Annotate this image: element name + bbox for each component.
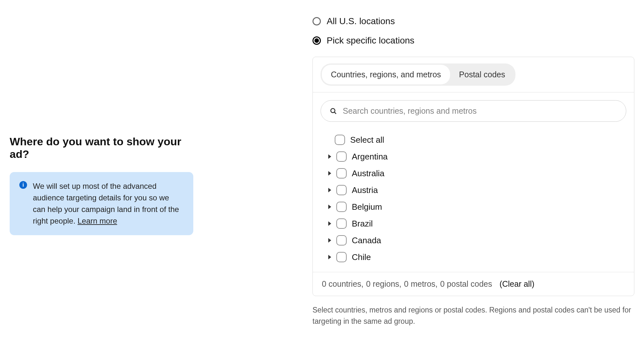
country-label: Canada bbox=[352, 236, 381, 245]
country-checkbox[interactable] bbox=[336, 151, 347, 162]
radio-icon[interactable] bbox=[312, 17, 321, 25]
expand-caret-icon[interactable] bbox=[328, 205, 331, 209]
country-label: Chile bbox=[352, 252, 371, 262]
country-checkbox[interactable] bbox=[336, 185, 347, 195]
summary-countries: 0 countries, bbox=[322, 279, 363, 289]
country-row-austria[interactable]: Austria bbox=[321, 182, 626, 198]
tab-countries-regions-metros[interactable]: Countries, regions, and metros bbox=[322, 65, 450, 84]
summary-postal-codes: 0 postal codes bbox=[440, 279, 492, 289]
expand-caret-icon[interactable] bbox=[328, 171, 331, 176]
country-checkbox[interactable] bbox=[336, 218, 347, 229]
learn-more-link[interactable]: Learn more bbox=[78, 216, 117, 225]
radio-option-pick-specific[interactable]: Pick specific locations bbox=[312, 35, 634, 46]
radio-label: All U.S. locations bbox=[327, 16, 395, 26]
country-row-australia[interactable]: Australia bbox=[321, 165, 626, 182]
search-box[interactable] bbox=[321, 100, 626, 122]
search-input[interactable] bbox=[343, 106, 617, 116]
country-label: Argentina bbox=[352, 152, 388, 162]
country-row-belgium[interactable]: Belgium bbox=[321, 198, 626, 215]
select-all-row[interactable]: Select all bbox=[321, 131, 626, 148]
country-checkbox[interactable] bbox=[336, 235, 347, 245]
help-text: Select countries, metros and regions or … bbox=[312, 304, 634, 327]
info-text: We will set up most of the advanced audi… bbox=[33, 180, 184, 227]
tab-postal-codes[interactable]: Postal codes bbox=[450, 65, 514, 84]
section-title: Where do you want to show your ad? bbox=[10, 135, 193, 160]
country-row-brazil[interactable]: Brazil bbox=[321, 215, 626, 232]
country-checkbox[interactable] bbox=[336, 168, 347, 178]
country-list: Select all Argentina Australia Austria bbox=[313, 130, 634, 272]
clear-all-link[interactable]: (Clear all) bbox=[499, 279, 534, 289]
summary-metros: 0 metros, bbox=[404, 279, 437, 289]
selection-summary-bar: 0 countries, 0 regions, 0 metros, 0 post… bbox=[313, 272, 634, 296]
radio-option-all-us[interactable]: All U.S. locations bbox=[312, 16, 634, 26]
radio-icon-selected[interactable] bbox=[312, 36, 321, 45]
info-banner: i We will set up most of the advanced au… bbox=[10, 172, 193, 235]
country-label: Australia bbox=[352, 168, 384, 178]
expand-caret-icon[interactable] bbox=[328, 221, 331, 226]
country-checkbox[interactable] bbox=[336, 252, 347, 262]
country-row-chile[interactable]: Chile bbox=[321, 249, 626, 265]
tabs-container: Countries, regions, and metros Postal co… bbox=[313, 57, 634, 92]
svg-point-0 bbox=[331, 108, 335, 112]
country-checkbox[interactable] bbox=[336, 202, 347, 212]
select-all-checkbox[interactable] bbox=[335, 135, 345, 145]
locations-panel: Countries, regions, and metros Postal co… bbox=[312, 57, 634, 296]
country-row-canada[interactable]: Canada bbox=[321, 232, 626, 249]
expand-caret-icon[interactable] bbox=[328, 238, 331, 243]
svg-line-1 bbox=[334, 112, 336, 114]
expand-caret-icon[interactable] bbox=[328, 188, 331, 192]
radio-label: Pick specific locations bbox=[327, 35, 414, 46]
select-all-label: Select all bbox=[350, 135, 384, 145]
expand-caret-icon[interactable] bbox=[328, 255, 331, 259]
country-label: Austria bbox=[352, 185, 378, 195]
expand-caret-icon[interactable] bbox=[328, 154, 331, 159]
search-icon bbox=[330, 108, 337, 115]
country-row-argentina[interactable]: Argentina bbox=[321, 148, 626, 165]
country-label: Brazil bbox=[352, 219, 373, 229]
info-icon: i bbox=[19, 181, 27, 189]
country-label: Belgium bbox=[352, 202, 382, 212]
summary-regions: 0 regions, bbox=[366, 279, 401, 289]
